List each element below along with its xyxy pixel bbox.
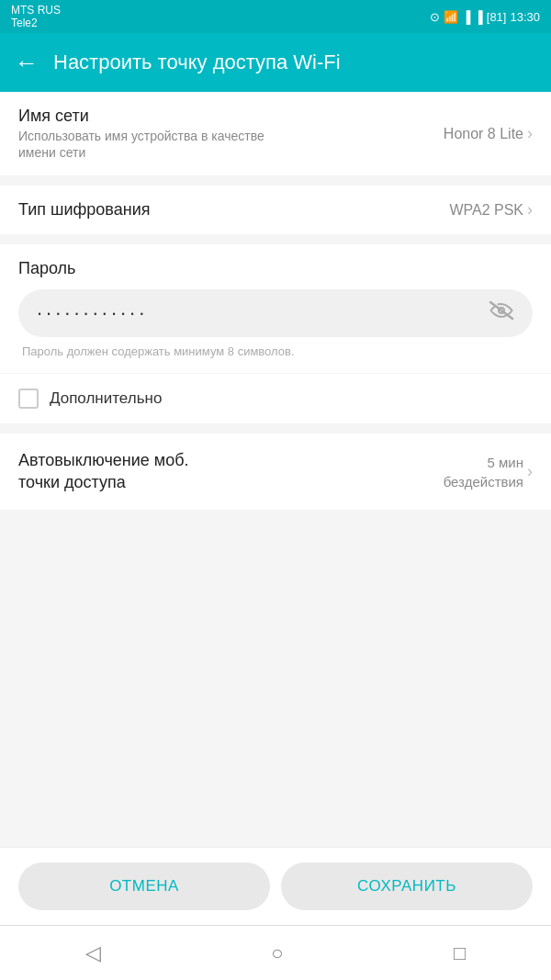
status-bar: MTS RUS Tele2 ⊙ 📶 ▐ ▐ [81] 13:30 [0, 0, 551, 33]
clock-icon: ⊙ [430, 10, 440, 24]
carrier1: MTS RUS [11, 4, 61, 17]
carrier2: Tele2 [11, 17, 61, 29]
encryption-row[interactable]: Тип шифрования WPA2 PSK › [0, 186, 551, 234]
network-name-row[interactable]: Имя сети Использовать имя устройства в к… [0, 92, 551, 175]
network-name-section: Имя сети Использовать имя устройства в к… [0, 92, 551, 175]
encryption-label: Тип шифрования [18, 200, 150, 220]
page-title: Настроить точку доступа Wi-Fi [53, 51, 341, 74]
password-section: Пароль ············ Пароль должен содерж… [0, 244, 551, 373]
extra-checkbox[interactable] [18, 389, 39, 409]
auto-off-label: Автовыключение моб.точки доступа [18, 450, 189, 493]
back-nav-icon[interactable]: ◁ [85, 941, 101, 965]
recent-nav-icon[interactable]: □ [454, 941, 466, 965]
separator1 [0, 176, 551, 186]
header: ← Настроить точку доступа Wi-Fi [0, 33, 551, 92]
password-input-row[interactable]: ············ [18, 289, 533, 337]
content-area: Имя сети Использовать имя устройства в к… [0, 92, 551, 847]
network-name-value: Honor 8 Lite [444, 126, 523, 142]
extra-row[interactable]: Дополнительно [0, 374, 551, 423]
wifi-icon: 📶 [444, 10, 458, 24]
extra-label: Дополнительно [50, 389, 162, 408]
password-hint: Пароль должен содержать минимум 8 символ… [18, 344, 533, 358]
auto-off-row[interactable]: Автовыключение моб.точки доступа 5 минбе… [0, 434, 551, 510]
encryption-section: Тип шифрования WPA2 PSK › [0, 186, 551, 234]
separator2 [0, 235, 551, 244]
network-name-label: Имя сети [18, 107, 276, 126]
eye-hidden-icon[interactable] [489, 300, 514, 326]
battery-icon: [81] [487, 10, 507, 24]
password-dots: ············ [37, 301, 489, 325]
cancel-button[interactable]: ОТМЕНА [18, 862, 270, 910]
bottom-buttons: ОТМЕНА СОХРАНИТЬ [0, 847, 551, 925]
encryption-value: WPA2 PSK [449, 202, 523, 219]
carrier-info: MTS RUS Tele2 [11, 4, 61, 30]
time-display: 13:30 [510, 10, 540, 24]
status-right: ⊙ 📶 ▐ ▐ [81] 13:30 [430, 10, 540, 24]
auto-off-value: 5 минбездействия [444, 453, 523, 491]
separator3 [0, 423, 551, 433]
chevron-right-icon: › [527, 124, 533, 143]
signal2-icon: ▐ [475, 10, 483, 24]
chevron-right-icon: › [527, 462, 533, 481]
nav-bar: ◁ ○ □ [0, 925, 551, 980]
auto-off-section: Автовыключение моб.точки доступа 5 минбе… [0, 434, 551, 510]
home-nav-icon[interactable]: ○ [271, 941, 283, 965]
signal1-icon: ▐ [462, 10, 470, 24]
save-button[interactable]: СОХРАНИТЬ [281, 862, 533, 910]
chevron-right-icon: › [527, 200, 533, 220]
back-button[interactable]: ← [15, 51, 39, 74]
password-label: Пароль [18, 259, 533, 278]
network-name-sublabel: Использовать имя устройства в качестве и… [18, 128, 276, 161]
